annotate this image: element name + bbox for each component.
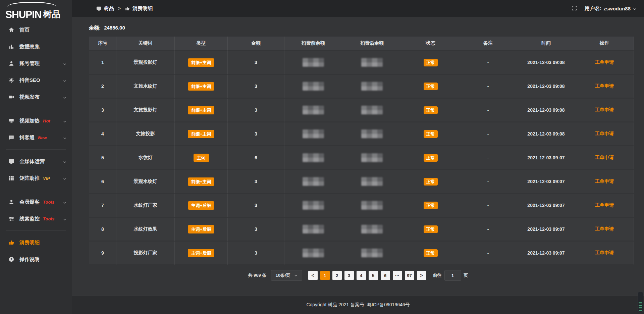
sidebar-badge-Tools: Tools xyxy=(43,216,54,221)
floating-widget[interactable] xyxy=(638,292,643,312)
main-content: 余额: 24856.00 序号关键词类型金额扣费前余额扣费后余额状态备注时间操作… xyxy=(72,17,644,296)
video-icon xyxy=(8,94,15,100)
sidebar-item-矩阵助推[interactable]: 矩阵助推VIP xyxy=(0,170,72,187)
sidebar-item-抖音SEO[interactable]: 抖音SEO xyxy=(0,72,72,89)
cell-type: 主词 xyxy=(175,146,228,170)
sidebar-item-首页[interactable]: 首页 xyxy=(0,21,72,38)
breadcrumb-label: 树品 xyxy=(104,5,114,12)
sidebar-item-数据总览[interactable]: 数据总览 xyxy=(0,38,72,55)
masked-value xyxy=(303,58,324,67)
page-button-3[interactable]: 3 xyxy=(344,271,354,280)
page-button-2[interactable]: 2 xyxy=(332,271,342,280)
type-badge: 主词+后缀 xyxy=(188,249,215,257)
copyright-text: Copyright 树品 2021 备案号: 粤ICP备09019646号 xyxy=(306,302,410,308)
page-button-5[interactable]: 5 xyxy=(369,271,378,280)
cell-type: 前缀+主词 xyxy=(175,99,228,122)
sidebar-item-label: 全媒体运营 xyxy=(19,158,45,165)
cell-time: 2021-12-03 09:08 xyxy=(517,75,575,99)
cell-status: 正常 xyxy=(402,242,459,265)
cell-time: 2021-12-03 09:07 xyxy=(517,242,575,265)
breadcrumb-item-home[interactable]: 树品 xyxy=(96,5,114,12)
sidebar-item-视频发布[interactable]: 视频发布 xyxy=(0,89,72,105)
cell-balance-after xyxy=(342,146,402,170)
next-page-button[interactable]: > xyxy=(417,271,426,280)
prev-page-button[interactable]: < xyxy=(308,271,318,280)
breadcrumb-item-current[interactable]: 消费明细 xyxy=(125,5,153,12)
sidebar-item-抖客通[interactable]: 抖客通New xyxy=(0,129,72,146)
work-order-link[interactable]: 工单申请 xyxy=(595,59,614,65)
cell-time: 2021-12-03 09:08 xyxy=(517,122,575,146)
work-order-link[interactable]: 工单申请 xyxy=(595,202,614,208)
app-logo[interactable]: SHUPIN 树品 xyxy=(0,0,72,21)
sidebar-item-线索监控[interactable]: 线索监控Tools xyxy=(0,210,72,227)
masked-value xyxy=(361,153,383,162)
cell-status: 正常 xyxy=(402,170,459,194)
page-button-1[interactable]: 1 xyxy=(320,271,330,280)
page-button-4[interactable]: 4 xyxy=(357,271,366,280)
work-order-link[interactable]: 工单申请 xyxy=(595,178,614,184)
column-header-金额: 金额 xyxy=(228,37,284,51)
home-icon xyxy=(8,27,15,33)
type-badge: 前缀+主词 xyxy=(188,130,215,138)
column-header-状态: 状态 xyxy=(402,37,459,51)
column-header-备注: 备注 xyxy=(459,37,517,51)
cell-time: 2021-12-03 09:07 xyxy=(517,146,575,170)
cell-keyword: 文旅投影 xyxy=(116,122,175,146)
sidebar-item-全媒体运营[interactable]: 全媒体运营 xyxy=(0,153,72,170)
svg-text:?: ? xyxy=(10,257,12,261)
cell-balance-after xyxy=(342,194,402,218)
bar-chart-icon xyxy=(8,43,15,50)
work-order-link[interactable]: 工单申请 xyxy=(595,107,614,112)
column-header-类型: 类型 xyxy=(175,37,228,51)
consumption-table: 序号关键词类型金额扣费前余额扣费后余额状态备注时间操作 1景观投影灯前缀+主词3… xyxy=(89,37,634,265)
sidebar-item-消费明细[interactable]: 消费明细 xyxy=(0,234,72,251)
page-button-6[interactable]: 6 xyxy=(381,271,390,280)
cell-type: 前缀+主词 xyxy=(175,122,228,146)
work-order-link[interactable]: 工单申请 xyxy=(595,250,614,255)
chevron-down-icon xyxy=(294,273,298,277)
cell-balance-before xyxy=(284,51,342,75)
masked-value xyxy=(303,201,324,210)
cell-amount: 3 xyxy=(228,194,284,218)
chevron-down-icon xyxy=(63,61,67,65)
masked-value xyxy=(303,129,324,138)
status-badge: 正常 xyxy=(424,130,438,138)
work-order-link[interactable]: 工单申请 xyxy=(595,83,614,89)
page-size-select[interactable]: 10条/页 xyxy=(271,270,302,281)
logo-text-en: SHUPIN xyxy=(5,8,41,20)
masked-value xyxy=(303,249,324,257)
sidebar-badge-Tools: Tools xyxy=(43,200,54,205)
sidebar-item-label: 操作说明 xyxy=(19,256,40,263)
sidebar-item-label: 矩阵助推 xyxy=(19,175,40,181)
masked-value xyxy=(361,129,383,138)
more-pages-button[interactable]: ••• xyxy=(393,271,402,280)
screen-icon xyxy=(96,6,101,11)
goto-page: 前往页 xyxy=(433,270,468,281)
sidebar-item-会员爆客[interactable]: 会员爆客Tools xyxy=(0,194,72,210)
page-button-97[interactable]: 97 xyxy=(405,271,414,280)
sidebar-item-label: 会员爆客 xyxy=(19,199,40,205)
user-icon xyxy=(8,60,15,67)
status-badge: 正常 xyxy=(424,202,438,209)
cell-balance-before xyxy=(284,170,342,194)
sidebar-item-视频加热[interactable]: 视频加热Hot xyxy=(0,112,72,129)
user-menu[interactable]: 用户名: zswodun88 xyxy=(585,5,637,12)
sidebar-item-账号管理[interactable]: 账号管理 xyxy=(0,55,72,72)
work-order-link[interactable]: 工单申请 xyxy=(595,131,614,136)
sidebar-item-操作说明[interactable]: ?操作说明 xyxy=(0,251,72,268)
sidebar-badge-VIP: VIP xyxy=(43,176,50,181)
work-order-link[interactable]: 工单申请 xyxy=(595,226,614,231)
goto-page-input[interactable] xyxy=(444,270,461,281)
cell-remark: - xyxy=(459,51,517,75)
cell-amount: 3 xyxy=(228,170,284,194)
logo-text-cn: 树品 xyxy=(43,8,60,20)
cell-amount: 6 xyxy=(228,146,284,170)
consume-icon xyxy=(125,6,130,11)
cell-balance-after xyxy=(342,75,402,99)
sidebar-item-label: 消费明细 xyxy=(19,240,40,246)
fullscreen-icon[interactable] xyxy=(571,5,578,12)
sidebar-item-label: 视频加热 xyxy=(19,118,40,124)
grid-icon xyxy=(8,175,15,181)
status-badge: 正常 xyxy=(424,83,438,90)
work-order-link[interactable]: 工单申请 xyxy=(595,155,614,160)
